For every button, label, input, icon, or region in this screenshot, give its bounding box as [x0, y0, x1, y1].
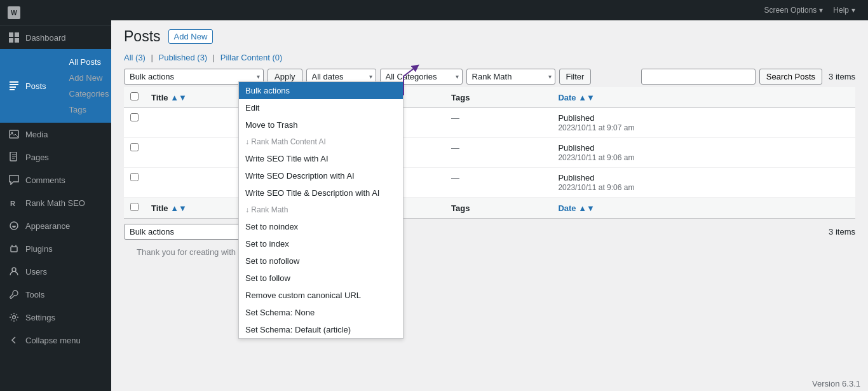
sidebar-label-rank-math: Rank Math SEO — [25, 198, 85, 208]
svg-rect-6 — [10, 86, 16, 88]
search-posts-button[interactable]: Search Posts — [759, 69, 822, 85]
sidebar-item-media[interactable]: Media — [0, 123, 111, 146]
page-title-row: Posts Add New — [124, 28, 855, 45]
svg-rect-13 — [11, 247, 17, 252]
row3-date: 2023/10/11 at 9:06 am — [558, 183, 634, 192]
sidebar-item-dashboard[interactable]: Dashboard — [0, 26, 111, 49]
svg-rect-3 — [15, 38, 19, 43]
rank-math-select-wrap: Rank Math ▾ — [466, 69, 555, 85]
filter-links: All (3) | Published (3) | Pillar Content… — [124, 53, 855, 62]
row2-date-cell: Published 2023/10/11 at 9:06 am — [552, 138, 855, 168]
topbar: Screen Options ▾ Help ▾ — [111, 0, 868, 20]
svg-rect-1 — [15, 32, 19, 37]
dropdown-item-bulk-actions[interactable]: Bulk actions — [239, 82, 403, 99]
bulk-actions-dropdown: Bulk actions Edit Move to Trash ↓ Rank M… — [238, 81, 403, 339]
tfh-title-sort[interactable]: ▲▼ — [170, 203, 187, 213]
search-input[interactable] — [641, 69, 756, 85]
dropdown-item-write-seo-title-desc[interactable]: Write SEO Title & Description with AI — [239, 184, 403, 202]
toolbar-right: Search Posts 3 items — [641, 69, 855, 85]
sidebar-item-appearance[interactable]: Appearance — [0, 214, 111, 237]
add-new-button[interactable]: Add New — [168, 29, 214, 44]
version-text: Version 6.3.1 — [812, 379, 860, 388]
sidebar-item-rank-math[interactable]: R Rank Math SEO — [0, 191, 111, 214]
select-all-checkbox[interactable] — [130, 92, 139, 100]
sidebar-label-tools: Tools — [25, 290, 44, 299]
help-chevron: ▾ — [851, 6, 855, 15]
sidebar-item-collapse[interactable]: Collapse menu — [0, 329, 111, 352]
rank-math-select[interactable]: Rank Math — [466, 69, 555, 85]
row2-tags: — — [451, 143, 459, 153]
screen-options-chevron: ▾ — [819, 6, 823, 15]
th-tags: Tags — [445, 87, 552, 108]
sidebar-item-users[interactable]: Users — [0, 260, 111, 283]
th-checkbox — [124, 87, 145, 108]
sidebar-item-comments[interactable]: Comments — [0, 168, 111, 191]
table-row: user — Published 2023/10/11 at 9:07 am — [124, 108, 855, 138]
posts-table: Title ▲▼ Author Tags Date ▲▼ — [124, 87, 855, 219]
select-all-bottom-checkbox[interactable] — [130, 203, 139, 211]
dropdown-item-edit[interactable]: Edit — [239, 99, 403, 116]
wp-logo-icon: W — [8, 6, 20, 19]
appearance-icon — [8, 219, 20, 232]
row3-checkbox[interactable] — [130, 173, 139, 181]
bottom-right: 3 items — [826, 227, 855, 237]
plugins-icon — [8, 242, 20, 255]
screen-options-button[interactable]: Screen Options ▾ — [759, 3, 829, 17]
row1-tags-cell: — — [445, 108, 552, 138]
settings-icon — [8, 311, 20, 324]
dropdown-item-move-to-trash[interactable]: Move to Trash — [239, 116, 403, 134]
row2-checkbox-cell — [124, 138, 145, 168]
sidebar-item-posts[interactable]: Posts All Posts Add New Categories Tags — [0, 49, 111, 123]
posts-submenu: All Posts Add New Categories Tags — [51, 54, 109, 118]
dropdown-item-set-schema-default[interactable]: Set Schema: Default (article) — [239, 321, 403, 338]
row1-date-cell: Published 2023/10/11 at 9:07 am — [552, 108, 855, 138]
svg-rect-7 — [10, 89, 15, 90]
footer: Thank you for creating with WordPress. — [124, 240, 855, 264]
th-title-sort-icon[interactable]: ▲▼ — [170, 93, 187, 102]
sidebar-item-settings[interactable]: Settings — [0, 306, 111, 329]
separator-1: | — [151, 53, 153, 62]
filter-pillar[interactable]: Pillar Content (0) — [220, 53, 283, 62]
table-footer-header-row: Title ▲▼ Author Tags Date ▲▼ — [124, 198, 855, 219]
row1-status: Published — [558, 113, 594, 123]
dropdown-item-set-index[interactable]: Set to index — [239, 235, 403, 252]
th-title-label: Title — [151, 93, 168, 102]
dropdown-item-set-noindex[interactable]: Set to noindex — [239, 218, 403, 235]
wp-logo: W — [0, 0, 111, 26]
tfh-date: Date ▲▼ — [552, 198, 855, 219]
sidebar-label-users: Users — [25, 267, 47, 277]
submenu-all-posts[interactable]: All Posts — [69, 54, 109, 70]
dropdown-item-set-nofollow[interactable]: Set to nofollow — [239, 252, 403, 270]
submenu-add-new[interactable]: Add New — [69, 70, 109, 86]
sidebar-item-tools[interactable]: Tools — [0, 283, 111, 306]
items-count-bottom: 3 items — [829, 227, 855, 237]
footer-text: Thank you for creating with — [137, 247, 236, 257]
table-row: user — Published 2023/10/11 at 9:06 am — [124, 138, 855, 168]
submenu-categories[interactable]: Categories — [69, 86, 109, 102]
row3-tags: — — [451, 173, 459, 182]
collapse-icon — [8, 334, 20, 346]
row3-status: Published — [558, 173, 594, 182]
dropdown-item-set-schema-none[interactable]: Set Schema: None — [239, 304, 403, 321]
sidebar-item-pages[interactable]: Pages — [0, 146, 111, 168]
sidebar-label-appearance: Appearance — [25, 221, 70, 231]
filter-all[interactable]: All (3) — [124, 53, 146, 62]
submenu-tags[interactable]: Tags — [69, 102, 109, 118]
dropdown-item-write-seo-title[interactable]: Write SEO Title with AI — [239, 150, 403, 167]
row1-checkbox[interactable] — [130, 113, 139, 121]
dropdown-item-remove-canonical[interactable]: Remove custom canonical URL — [239, 287, 403, 304]
filter-button[interactable]: Filter — [559, 69, 592, 85]
help-label: Help — [833, 6, 849, 15]
filter-published[interactable]: Published (3) — [159, 53, 208, 62]
row1-checkbox-cell — [124, 108, 145, 138]
row2-checkbox[interactable] — [130, 143, 139, 151]
dropdown-item-set-follow[interactable]: Set to follow — [239, 270, 403, 287]
dropdown-item-rank-math-header: ↓ Rank Math — [239, 202, 403, 218]
posts-icon — [8, 79, 20, 92]
sidebar-label-dashboard: Dashboard — [25, 33, 66, 43]
sidebar-item-plugins[interactable]: Plugins — [0, 237, 111, 260]
dropdown-item-write-seo-description[interactable]: Write SEO Description with AI — [239, 167, 403, 184]
help-button[interactable]: Help ▾ — [828, 3, 860, 17]
sidebar-label-media: Media — [25, 130, 48, 139]
items-count-top: 3 items — [829, 72, 855, 81]
